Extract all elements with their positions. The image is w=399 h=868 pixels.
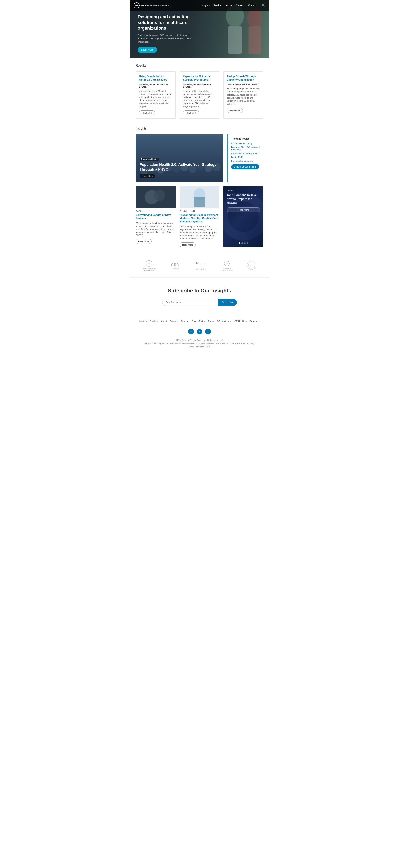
subscribe-title: Subscribe to Our Insights [136, 287, 263, 294]
insight-card-1: Top Ten Demystifying Length of Stay Proj… [136, 186, 176, 247]
subscribe-button[interactable]: Subscribe [218, 299, 237, 306]
results-title: Results [136, 64, 263, 67]
footer-social: in 𝕏 f [130, 327, 269, 337]
trending-link-1[interactable]: Acute Care Efficiency [231, 142, 260, 145]
svg-text:GHS: GHS [226, 263, 228, 265]
footer-link-sitemap[interactable]: Sitemap [180, 320, 188, 322]
see-all-insights-button[interactable]: See All Of Our Insights [231, 164, 259, 169]
logo-umich: M UNIVERSITY OFMICHIGAN [195, 260, 207, 271]
insight-card-1-read-more[interactable]: Read More [136, 239, 152, 244]
result-card-3-desc: By reconfiguring block scheduling and cr… [227, 87, 260, 105]
svg-rect-20 [193, 197, 206, 207]
insight-card-1-image [136, 186, 176, 208]
footer-nav: Insights Services About Contact Sitemap … [130, 316, 269, 327]
nav-links: Insights Services About Careers Contact … [202, 4, 265, 7]
result-card-3-org: Central Maine Medical Center [227, 83, 260, 86]
trending-link-5[interactable]: Expense Management [231, 160, 260, 162]
footer-link-ge[interactable]: GE Healthcare [217, 320, 232, 322]
logo[interactable]: GE GE Healthcare Camden Group [134, 2, 171, 8]
footer-link-services[interactable]: Services [150, 320, 158, 322]
learn-more-button[interactable]: Learn More [137, 47, 157, 53]
featured-tag: Population Health [140, 158, 159, 161]
featured-title: Population Health 2.0: Activate Your Str… [140, 162, 219, 172]
linkedin-icon[interactable]: in [188, 329, 194, 335]
trending-link-4[interactable]: Dental EHR [231, 156, 260, 158]
subscribe-form: Subscribe [136, 299, 263, 306]
result-card-2-org: University of Texas Medical Branch [183, 83, 216, 88]
svg-text:M: M [196, 262, 198, 265]
logo-johns-hopkins: JHU JOHNS HOPKINSUNIVERSITY [143, 259, 156, 271]
logo-seal: SEAL [247, 260, 256, 271]
insight-card-2: Population Health Preparing for Episode … [180, 186, 219, 247]
hero-subtitle: Backed by the power of GE, we take a cli… [137, 33, 197, 43]
ge-logo-circle: GE [134, 2, 140, 8]
svg-point-27 [174, 263, 178, 267]
footer-copyright: ©2016 General Electric Company - All rig… [130, 337, 269, 352]
svg-text:UNIVERSITY OF: UNIVERSITY OF [199, 264, 207, 265]
result-card-2: Capacity for 620 more Surgical Procedure… [180, 71, 219, 119]
footer-link-terms[interactable]: Terms [208, 320, 214, 322]
logo-greenville: GHS GREENVILLEHEALTH SYSTEM [221, 260, 233, 271]
twitter-icon[interactable]: 𝕏 [197, 329, 202, 335]
subscribe-section: Subscribe to Our Insights Subscribe [130, 278, 269, 316]
results-cards: Using Simulation to Optimize Care Delive… [136, 71, 263, 119]
insight-card-2-tag: Population Health [180, 210, 219, 212]
result-card-2-title: Capacity for 620 more Surgical Procedure… [183, 75, 216, 82]
svg-text:Cedars Sinai: Cedars Sinai [172, 268, 179, 269]
svg-rect-1 [228, 26, 242, 54]
svg-point-17 [154, 190, 165, 201]
insight-card-2-image [180, 186, 219, 208]
result-card-1-org: University of Texas Medical Branch [139, 83, 172, 88]
nav-contact[interactable]: Contact [248, 4, 256, 7]
insights-title: Insights [136, 127, 263, 130]
featured-content: Population Health Population Health 2.0:… [136, 134, 223, 182]
hero-title: Designing and activating solutions for h… [137, 14, 197, 31]
results-section: Results Using Simulation to Optimize Car… [130, 58, 269, 125]
footer-link-insights[interactable]: Insights [139, 320, 147, 322]
partner-logos: JHU JOHNS HOPKINSUNIVERSITY Cedars Sinai… [130, 253, 269, 278]
insights-layout: Population Health Population Health 2.0:… [136, 134, 263, 182]
nav-careers[interactable]: Careers [236, 4, 245, 7]
insight-cards-row: Top Ten Demystifying Length of Stay Proj… [136, 186, 263, 247]
insight-card-1-tag: Top Ten [136, 210, 176, 212]
result-card-1: Using Simulation to Optimize Care Delive… [136, 71, 176, 119]
result-card-1-desc: University of Texas Medical Branch is op… [139, 90, 172, 108]
result-card-3: Periop Growth Through Capacity Optimizat… [223, 71, 263, 119]
ge-logo-text: GE [135, 4, 138, 7]
svg-point-2 [247, 8, 263, 28]
result-card-3-title: Periop Growth Through Capacity Optimizat… [227, 75, 260, 82]
nav-insights[interactable]: Insights [202, 4, 210, 7]
insights-section: Insights Population Health Populatio [130, 125, 269, 253]
footer-link-contact[interactable]: Contact [170, 320, 177, 322]
insight-card-2-desc: CMS's newly proposed Episode Payment Mod… [180, 225, 219, 241]
trending-title: Trending Topics [231, 137, 260, 140]
result-card-1-read-more[interactable]: Read More [139, 110, 155, 115]
brand-name: GE Healthcare Camden Group [141, 4, 171, 7]
footer-link-ge-finnamore[interactable]: GE Healthcare Finnamore [235, 320, 260, 322]
result-card-1-title: Using Simulation to Optimize Care Delive… [139, 75, 172, 82]
result-card-3-read-more[interactable]: Read More [227, 108, 243, 113]
trending-link-2[interactable]: Business Plan of Operational Efficiency [231, 146, 260, 151]
trending-link-3[interactable]: Capacity Command Center [231, 152, 260, 155]
insight-card-1-desc: When educating healthcare executives to … [136, 222, 176, 237]
featured-read-more[interactable]: Read More [140, 174, 155, 178]
svg-text:JHU: JHU [148, 263, 150, 265]
navigation: GE GE Healthcare Camden Group Insights S… [130, 0, 269, 11]
footer-link-about[interactable]: About [161, 320, 167, 322]
top-tens-card: Top Tens Top 10 Actions to Take Now to P… [223, 186, 263, 247]
result-card-2-desc: Expanding OR capacity by optimizing sche… [183, 90, 216, 108]
insight-featured: Population Health Population Health 2.0:… [136, 134, 223, 182]
svg-point-22 [223, 191, 239, 208]
insight-card-1-title: Demystifying Length of Stay Projects [136, 213, 176, 220]
insight-card-2-read-more[interactable]: Read More [180, 243, 195, 247]
search-icon[interactable]: 🔍 [262, 4, 265, 7]
logo-cedars-sinai: Cedars Sinai [170, 261, 181, 270]
footer-link-privacy[interactable]: Privacy Policy [191, 320, 205, 322]
nav-services[interactable]: Services [213, 4, 223, 7]
email-input[interactable] [162, 299, 218, 306]
facebook-icon[interactable]: f [205, 329, 211, 335]
svg-rect-3 [249, 26, 262, 54]
nav-about[interactable]: About [226, 4, 233, 7]
insight-card-2-title: Preparing for Episode Payment Models - N… [180, 213, 219, 223]
result-card-2-read-more[interactable]: Read More [183, 110, 199, 115]
